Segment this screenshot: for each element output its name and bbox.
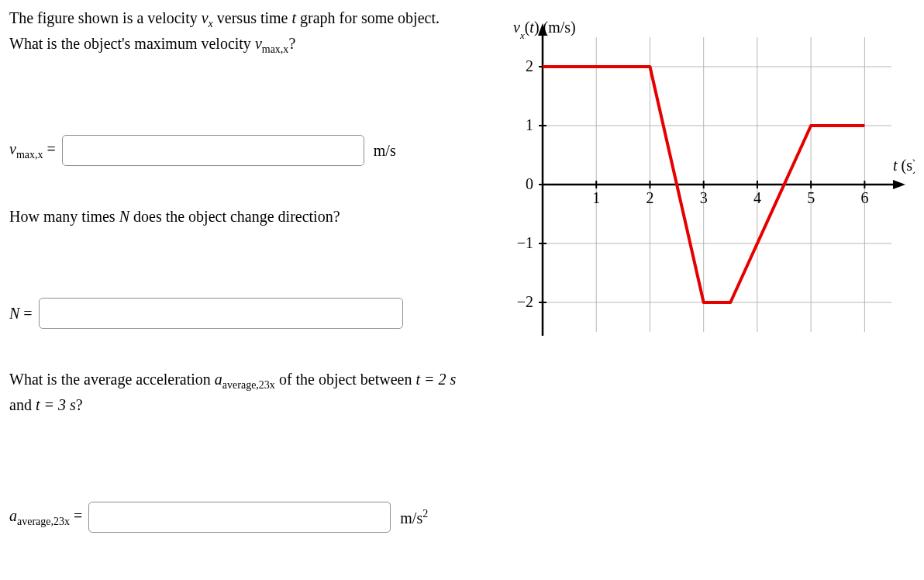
svg-text:1: 1 bbox=[526, 116, 533, 133]
q1-text-d: ? bbox=[288, 35, 295, 52]
q3-label: aaverage,23x = bbox=[9, 507, 82, 528]
q3-text-c: ? bbox=[76, 396, 83, 413]
aavg-input[interactable] bbox=[88, 502, 391, 533]
svg-text:−1: −1 bbox=[517, 234, 533, 251]
svg-text:3: 3 bbox=[700, 189, 708, 206]
q1-varvmax: vmax,x bbox=[255, 35, 289, 52]
vmax-input[interactable] bbox=[62, 135, 364, 166]
svg-text:5: 5 bbox=[807, 189, 815, 206]
q3-and: and bbox=[9, 396, 36, 413]
q1-prompt: The figure shown is a velocity vx versus… bbox=[9, 6, 465, 57]
q3-unit: m/s2 bbox=[400, 508, 428, 527]
q2-text-b: does the object change direction? bbox=[129, 208, 340, 225]
svg-text:−2: −2 bbox=[517, 293, 533, 310]
q3-prompt: What is the average acceleration aaverag… bbox=[9, 368, 465, 416]
q3-vara: aaverage,23x bbox=[215, 371, 275, 388]
q1-varvx: vx bbox=[202, 9, 213, 26]
q2-varN: N bbox=[119, 208, 129, 225]
q3-eq2: t = 3 s bbox=[36, 396, 76, 413]
n-input[interactable] bbox=[39, 298, 403, 329]
svg-text:1: 1 bbox=[592, 189, 600, 206]
q2-prompt: How many times N does the object change … bbox=[9, 205, 465, 228]
svg-text:vx(t) (m/s): vx(t) (m/s) bbox=[513, 19, 576, 41]
q2-label: N = bbox=[9, 305, 33, 323]
svg-text:0: 0 bbox=[526, 175, 533, 192]
q3-text-b: of the object between bbox=[275, 371, 416, 388]
svg-text:2: 2 bbox=[646, 189, 653, 206]
q3-eq1: t = 2 s bbox=[415, 371, 456, 388]
velocity-chart: 123456−2−1012vx(t) (m/s)t (s) bbox=[481, 6, 915, 347]
svg-marker-14 bbox=[893, 180, 905, 189]
svg-text:4: 4 bbox=[753, 189, 761, 206]
q1-text-a: The figure shown is a velocity bbox=[9, 9, 202, 26]
q2-text-a: How many times bbox=[9, 208, 119, 225]
q3-text-a: What is the average acceleration bbox=[9, 371, 215, 388]
svg-text:2: 2 bbox=[526, 57, 533, 74]
q1-unit: m/s bbox=[374, 142, 396, 160]
svg-text:t (s): t (s) bbox=[893, 157, 915, 174]
q1-label: vmax,x = bbox=[9, 140, 56, 161]
svg-text:6: 6 bbox=[860, 189, 868, 206]
q1-text-b: versus time bbox=[213, 9, 292, 26]
